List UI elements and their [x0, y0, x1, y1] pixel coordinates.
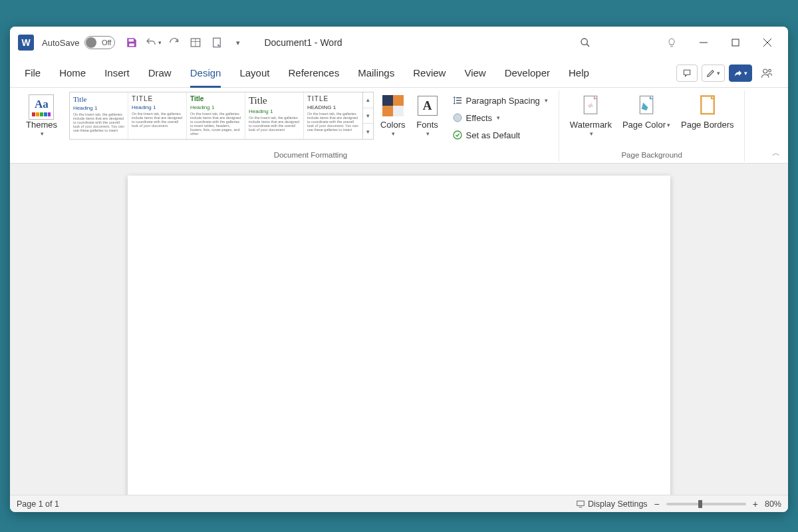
fonts-button[interactable]: A Fonts▾: [412, 92, 443, 138]
themes-button[interactable]: Aa Themes ▾: [22, 92, 61, 138]
style-preset[interactable]: TITLEHEADING 1On the Insert tab, the gal…: [304, 92, 362, 139]
zoom-level[interactable]: 80%: [765, 499, 781, 509]
gallery-more[interactable]: ▾: [363, 124, 373, 139]
colors-icon: [382, 95, 404, 116]
svg-point-11: [769, 69, 771, 72]
app-window: W AutoSave Off ▾ ▾ Document1 - Word File…: [10, 27, 788, 512]
autosave-label: AutoSave: [42, 38, 79, 48]
zoom-out-button[interactable]: −: [654, 499, 660, 509]
maximize-button[interactable]: [720, 32, 751, 53]
tab-draw[interactable]: Draw: [139, 59, 181, 88]
effects-icon: [452, 112, 463, 123]
tab-file[interactable]: File: [15, 59, 50, 88]
page-borders-icon: [696, 94, 719, 117]
share-button[interactable]: ▾: [729, 65, 752, 82]
page-color-icon: [635, 94, 658, 117]
themes-icon: Aa: [29, 94, 54, 120]
page-color-button[interactable]: Page Color▾: [618, 92, 674, 132]
ribbon: Aa Themes ▾ TitleHeading 1On the Insert …: [10, 88, 788, 164]
redo-button[interactable]: [164, 33, 184, 53]
doc-qat-icon[interactable]: [207, 33, 227, 53]
tab-review[interactable]: Review: [404, 59, 455, 88]
svg-point-15: [454, 114, 462, 122]
style-preset[interactable]: TITLEHeading 1On the Insert tab, the gal…: [128, 92, 187, 139]
editing-mode-button[interactable]: ▾: [702, 65, 725, 82]
document-area[interactable]: [10, 164, 788, 495]
quick-access-toolbar: ▾ ▾: [122, 33, 248, 53]
style-preset[interactable]: TitleHeading 1On the Insert tab, the gal…: [245, 92, 304, 139]
tab-references[interactable]: References: [279, 59, 348, 88]
zoom-slider[interactable]: [666, 503, 746, 505]
spacing-icon: [452, 95, 463, 106]
svg-point-10: [763, 69, 767, 73]
lightbulb-icon[interactable]: [656, 32, 687, 53]
close-button[interactable]: [752, 32, 783, 53]
svg-rect-7: [732, 39, 739, 46]
display-settings-button[interactable]: Display Settings: [576, 499, 648, 509]
search-button[interactable]: [570, 32, 600, 53]
tab-insert[interactable]: Insert: [95, 59, 139, 88]
style-preset[interactable]: TitleHeading 1On the Insert tab, the gal…: [70, 92, 128, 139]
tab-developer[interactable]: Developer: [495, 59, 559, 88]
svg-line-5: [587, 44, 589, 47]
tab-view[interactable]: View: [455, 59, 495, 88]
style-preset[interactable]: TitleHeading 1On the Insert tab, the gal…: [187, 92, 245, 139]
page-canvas[interactable]: [128, 176, 670, 495]
tab-mailings[interactable]: Mailings: [348, 59, 404, 88]
gallery-scroll-up[interactable]: ▴: [363, 92, 373, 108]
autosave-toggle[interactable]: Off: [84, 36, 115, 49]
check-icon: [452, 130, 463, 140]
minimize-button[interactable]: [688, 32, 719, 53]
group-page-bg-label: Page Background: [566, 151, 738, 159]
gallery-scroll-down[interactable]: ▾: [363, 108, 373, 124]
tab-design[interactable]: Design: [181, 59, 231, 88]
style-gallery: TitleHeading 1On the Insert tab, the gal…: [69, 92, 374, 140]
page-borders-button[interactable]: Page Borders: [677, 92, 738, 132]
svg-point-16: [454, 131, 462, 139]
comments-button[interactable]: [676, 65, 698, 82]
paragraph-spacing-button[interactable]: Paragraph Spacing▾: [448, 92, 552, 109]
set-default-button[interactable]: Set as Default: [448, 126, 552, 144]
fonts-icon: A: [418, 96, 438, 116]
svg-rect-21: [577, 501, 585, 505]
undo-button[interactable]: ▾: [143, 33, 163, 53]
collapse-ribbon-button[interactable]: ︿: [772, 148, 780, 159]
effects-button[interactable]: Effects▾: [448, 109, 552, 126]
ribbon-tabs: File Home Insert Draw Design Layout Refe…: [10, 59, 788, 88]
tab-help[interactable]: Help: [559, 59, 598, 88]
watermark-button[interactable]: W Watermark▾: [566, 92, 616, 138]
statusbar: Page 1 of 1 Display Settings − + 80%: [10, 495, 788, 512]
titlebar: W AutoSave Off ▾ ▾ Document1 - Word: [10, 27, 788, 59]
colors-button[interactable]: Colors▾: [376, 92, 410, 138]
watermark-icon: W: [579, 94, 602, 117]
group-doc-formatting-label: Document Formatting: [69, 151, 552, 159]
tab-layout[interactable]: Layout: [230, 59, 279, 88]
page-count[interactable]: Page 1 of 1: [17, 499, 59, 509]
table-qat-icon[interactable]: [186, 33, 205, 53]
display-icon: [576, 499, 585, 509]
zoom-in-button[interactable]: +: [753, 499, 758, 509]
tab-home[interactable]: Home: [50, 59, 95, 88]
document-title: Document1 - Word: [264, 37, 342, 48]
svg-point-4: [581, 39, 587, 45]
word-app-icon: W: [18, 35, 34, 51]
qat-customize[interactable]: ▾: [228, 33, 248, 53]
account-icon[interactable]: [756, 65, 777, 82]
save-button[interactable]: [122, 33, 142, 53]
